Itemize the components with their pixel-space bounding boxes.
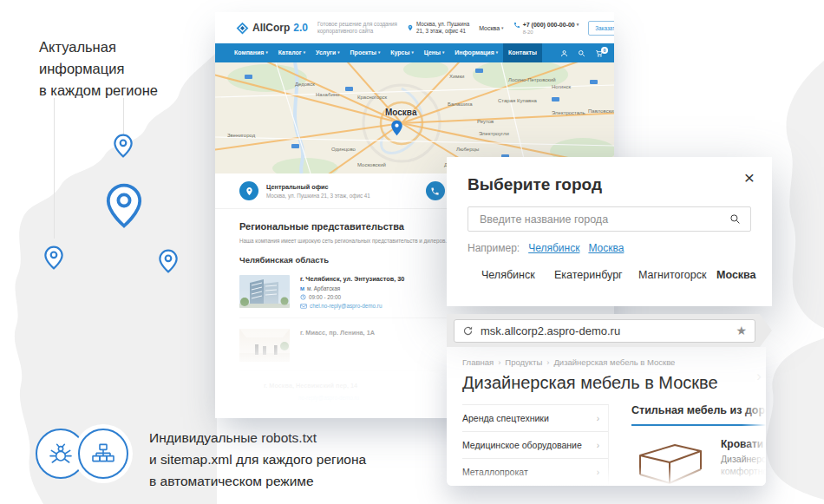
map-town-label: Красногорск: [357, 95, 387, 100]
cart-icon[interactable]: 0: [595, 49, 604, 57]
map-pin-small-right-icon: [159, 249, 178, 273]
city-option-selected[interactable]: Москва: [716, 269, 756, 281]
map-town-label: Химки: [449, 74, 464, 79]
sitemap-icon: [89, 440, 117, 468]
office-address: г. Челябинск, ул. Энтузиастов, 30: [300, 275, 404, 283]
screenshot-canvas: Актуальная информация в каждом регионе: [0, 0, 824, 504]
example-cities: Например: Челябинск Москва: [468, 242, 751, 254]
nav-item-company[interactable]: Компания: [229, 43, 273, 62]
regional-landing-card: Главная Продукты Дизайнерская мебель в М…: [447, 347, 766, 486]
map-town-label: Нахабино: [316, 92, 339, 97]
breadcrumb-products[interactable]: Продукты: [505, 357, 553, 367]
search-icon[interactable]: [729, 213, 741, 225]
nav-item-contacts[interactable]: Контакты: [503, 43, 542, 62]
example-city-link[interactable]: Челябинск: [528, 242, 579, 254]
guide-line-center: [123, 98, 124, 134]
map-town-label: Лосино-Петровский: [508, 77, 556, 82]
map-town-label: Дедовск: [295, 82, 315, 87]
nav-item-services[interactable]: Услуги: [311, 43, 345, 62]
browser-address-strip: msk.allcorp2.aspro-demo.ru ★: [447, 314, 772, 347]
map-town-label: Ногинск: [552, 84, 571, 89]
city-option[interactable]: Челябинск: [481, 269, 535, 281]
city-search-input[interactable]: [478, 213, 729, 226]
map-pin-small-left-icon: [44, 245, 63, 270]
address-line-1: Москва, ул. Пушкина: [416, 21, 469, 28]
breadcrumb: Главная Продукты Дизайнерская мебель в М…: [462, 357, 766, 367]
page-title: Дизайнерская мебель в Москве: [462, 373, 766, 393]
bookmark-star-icon[interactable]: ★: [736, 324, 747, 337]
left-feature-title: Актуальная информация в каждом регионе: [39, 36, 158, 101]
central-office-info: Центральный офис Москва, ул. Пушкина 21,…: [239, 181, 370, 200]
map-town-label: Старая Купавна: [498, 98, 537, 103]
guide-line-left: [54, 98, 55, 239]
chevron-right-icon: ›: [597, 414, 599, 423]
search-icon[interactable]: [578, 49, 585, 57]
breadcrumb-home[interactable]: Главная: [462, 357, 505, 367]
url-text[interactable]: msk.allcorp2.aspro-demo.ru: [481, 324, 736, 337]
city-options: Челябинск Екатеринбург Магнитогорск Моск…: [468, 269, 751, 283]
phone-hours: 8-20: [523, 29, 579, 35]
address-line-2: 21, 3 этаж, офис 41: [416, 28, 469, 35]
map-town-label: Реутов: [477, 119, 494, 124]
menu-item-special-equipment[interactable]: Аренда спецтехники›: [462, 405, 608, 432]
phone-icon: [513, 22, 520, 29]
map-town-label: Звенигород: [227, 133, 255, 138]
nav-item-catalog[interactable]: Каталог: [273, 43, 311, 62]
examples-label: Например:: [468, 242, 520, 254]
tagline-line-2: корпоративного сайта: [317, 28, 397, 35]
map-town-label: Павловский Посад: [588, 108, 614, 114]
call-request-button[interactable]: Заказать звонок: [588, 21, 614, 36]
map-town-label: Люберцы: [456, 147, 479, 152]
chevron-right-icon: ›: [597, 441, 599, 450]
feature-line-2: информация: [39, 58, 158, 80]
map-town-label: Балашиха: [448, 101, 473, 107]
close-icon[interactable]: ×: [744, 167, 755, 188]
site-tagline: Готовое решение для создания корпоративн…: [317, 21, 397, 35]
modal-title: Выберите город: [468, 175, 751, 194]
logo-icon: [236, 22, 249, 35]
map-town-label: Московский: [357, 162, 386, 167]
city-search-box: [468, 206, 751, 232]
city-option[interactable]: Магнитогорск: [638, 269, 706, 281]
header-phone: +7 (000) 000-00-00: [523, 22, 579, 28]
office-location-icon: [239, 181, 258, 200]
main-navigation: Компания Каталог Услуги Проекты Курсы Це…: [215, 43, 614, 62]
nav-item-prices[interactable]: Цены: [419, 43, 450, 62]
nav-item-projects[interactable]: Проекты: [345, 43, 386, 62]
seo-line-3: в автоматическом режиме: [149, 470, 366, 492]
map-pin-small-top-icon: [114, 134, 133, 158]
logo-version: 2.0: [293, 22, 308, 34]
breadcrumb-current: Дизайнерская мебель в Москве: [553, 357, 675, 367]
site-header: AllCorp2.0 Готовое решение для создания …: [215, 12, 614, 43]
map-office-pin-icon: [390, 120, 403, 136]
city-select-modal: Выберите город × Например: Челябинск Мос…: [447, 157, 772, 306]
map-center-label: Москва: [385, 108, 416, 117]
map-town-label: Одинцово: [331, 147, 356, 152]
address-bar[interactable]: msk.allcorp2.aspro-demo.ru ★: [454, 319, 755, 343]
reload-icon[interactable]: [462, 325, 474, 337]
location-icon: [407, 23, 414, 32]
feature-line-1: Актуальная: [39, 36, 158, 58]
feature-line-3: в каждом регионе: [39, 80, 158, 101]
tagline-line-1: Готовое решение для создания: [317, 21, 397, 28]
nav-item-courses[interactable]: Курсы: [385, 43, 419, 62]
seo-line-1: Индивидуальные robots.txt: [149, 427, 366, 448]
map-town-label: Электросталь: [552, 110, 585, 115]
seo-line-2: и sitemap.xml для каждого региона: [149, 448, 366, 470]
city-option[interactable]: Екатеринбург: [554, 269, 623, 281]
example-city-link[interactable]: Москва: [588, 242, 624, 254]
city-selector[interactable]: Москва: [479, 25, 503, 31]
account-icon[interactable]: [560, 49, 568, 57]
seo-feature-text: Индивидуальные robots.txt и sitemap.xml …: [149, 427, 366, 492]
map-town-label: Электроугли: [479, 131, 509, 136]
map-pin-large-icon: [106, 183, 142, 228]
nav-item-info[interactable]: Информация: [449, 43, 503, 62]
sitemap-circle: [78, 429, 128, 479]
office-title: Центральный офис: [266, 183, 370, 191]
office-address: Москва, ул. Пушкина 21, 3 этаж, офис 41: [266, 193, 370, 199]
header-phone-block[interactable]: +7 (000) 000-00-00 8-20: [513, 22, 579, 35]
menu-item-medical[interactable]: Медицинское оборудование›: [462, 432, 608, 459]
logo-name: AllCorp: [252, 22, 290, 34]
support-phone-icon: [426, 181, 445, 200]
site-logo[interactable]: AllCorp2.0: [236, 22, 308, 35]
